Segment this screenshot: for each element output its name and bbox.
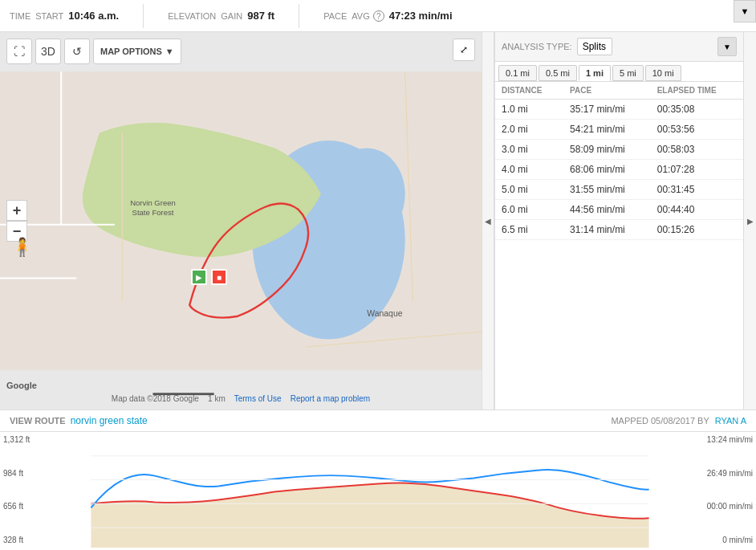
pace-label: PACE bbox=[323, 11, 347, 21]
fullscreen-button[interactable]: ⛶ bbox=[6, 39, 32, 64]
cell-elapsed-1: 00:53:56 bbox=[651, 120, 743, 140]
y-label-right-1: 26:49 min/mi bbox=[695, 469, 753, 478]
chart-svg bbox=[48, 432, 692, 548]
table-row: 4.0 mi 68:06 min/mi 01:07:28 bbox=[495, 160, 743, 180]
analysis-header: ANALYSIS TYPE: Splits ▼ bbox=[495, 32, 743, 62]
y-label-left-0: 1,312 ft bbox=[3, 435, 45, 444]
scroll-right-arrow[interactable]: ▶ bbox=[743, 32, 756, 409]
mapped-info: MAPPED 05/08/2017 BY RYAN A bbox=[611, 416, 746, 426]
splits-data-table: DISTANCE PACE ELAPSED TIME 1.0 mi 35:17 … bbox=[495, 82, 743, 240]
gain-section: GAIN 987 ft bbox=[221, 10, 274, 22]
map-expand-button[interactable]: ⤢ bbox=[453, 39, 475, 61]
expand-icon: ⤢ bbox=[460, 44, 468, 55]
map-container: Wanaque Norvin Green State Forest ⛶ 3D ↺… bbox=[0, 32, 482, 409]
route-start-marker: ▶ bbox=[191, 269, 207, 285]
svg-text:State Forest: State Forest bbox=[132, 208, 174, 217]
distance-tab-5-mi[interactable]: 5 mi bbox=[612, 65, 644, 81]
table-row: 5.0 mi 31:55 min/mi 00:31:45 bbox=[495, 180, 743, 200]
top-right-arrow-icon: ▼ bbox=[741, 6, 750, 16]
map-data-label: Map data ©2018 Google bbox=[112, 394, 199, 403]
top-right-dropdown[interactable]: ▼ bbox=[734, 0, 756, 22]
analysis-type-select[interactable]: Splits bbox=[577, 38, 612, 55]
cell-distance-2: 3.0 mi bbox=[495, 140, 563, 160]
cell-distance-5: 6.0 mi bbox=[495, 200, 563, 220]
elevation-label: ELEVATION bbox=[168, 11, 216, 21]
view-route-label: VIEW ROUTE bbox=[10, 416, 66, 426]
threed-icon: 3D bbox=[41, 45, 55, 58]
refresh-icon: ↺ bbox=[72, 45, 82, 58]
table-header-row: DISTANCE PACE ELAPSED TIME bbox=[495, 82, 743, 100]
start-label: START bbox=[35, 11, 63, 21]
zoom-in-button[interactable]: + bbox=[6, 200, 27, 221]
cell-elapsed-2: 00:58:03 bbox=[651, 140, 743, 160]
right-arrow-icon: ▶ bbox=[747, 217, 754, 226]
chart-y-labels-left: 1,312 ft984 ft656 ft328 ft bbox=[0, 432, 48, 548]
start-section: START 10:46 a.m. bbox=[35, 10, 119, 22]
dropdown-icon: ▼ bbox=[723, 43, 731, 51]
divider-2 bbox=[299, 4, 299, 28]
terms-link[interactable]: Terms of Use bbox=[234, 394, 282, 403]
header-bar: TIME START 10:46 a.m. ELEVATION GAIN 987… bbox=[0, 0, 756, 32]
analysis-select-wrapper: Splits bbox=[577, 38, 714, 55]
distance-tab-10-mi[interactable]: 10 mi bbox=[645, 65, 681, 81]
cell-distance-3: 4.0 mi bbox=[495, 160, 563, 180]
map-options-button[interactable]: MAP OPTIONS ▼ bbox=[93, 39, 181, 64]
pace-section: PACE AVG ? 47:23 min/mi bbox=[323, 10, 452, 22]
cell-distance-4: 5.0 mi bbox=[495, 180, 563, 200]
cell-pace-4: 31:55 min/mi bbox=[563, 180, 651, 200]
analysis-type-label: ANALYSIS TYPE: bbox=[502, 42, 572, 51]
mapped-date: 05/08/2017 bbox=[651, 416, 695, 426]
chart-body bbox=[48, 432, 692, 548]
play-icon: ▶ bbox=[196, 273, 202, 282]
fullscreen-icon: ⛶ bbox=[14, 45, 25, 58]
chart-area: 1,312 ft984 ft656 ft328 ft 13:24 min/mi2… bbox=[0, 431, 756, 550]
view-route-bar: VIEW ROUTE norvin green state MAPPED 05/… bbox=[0, 409, 756, 431]
y-label-right-3: 0 min/mi bbox=[695, 536, 753, 544]
col-pace: PACE bbox=[563, 82, 651, 100]
svg-text:Wanaque: Wanaque bbox=[367, 309, 403, 318]
cell-pace-5: 44:56 min/mi bbox=[563, 200, 651, 220]
mapped-by-link[interactable]: RYAN A bbox=[715, 416, 746, 426]
divider-1 bbox=[143, 4, 144, 28]
svg-text:Norvin Green: Norvin Green bbox=[130, 198, 176, 207]
cell-elapsed-6: 00:15:26 bbox=[651, 220, 743, 240]
cell-distance-1: 2.0 mi bbox=[495, 120, 563, 140]
cell-pace-2: 58:09 min/mi bbox=[563, 140, 651, 160]
table-row: 6.0 mi 44:56 min/mi 00:44:40 bbox=[495, 200, 743, 220]
y-label-left-3: 328 ft bbox=[3, 536, 45, 544]
distance-tab-0.1-mi[interactable]: 0.1 mi bbox=[498, 65, 537, 81]
threed-button[interactable]: 3D bbox=[35, 39, 61, 64]
help-icon[interactable]: ? bbox=[373, 10, 384, 22]
map-toolbar: ⛶ 3D ↺ MAP OPTIONS ▼ bbox=[6, 39, 181, 64]
y-label-left-2: 656 ft bbox=[3, 502, 45, 511]
y-label-left-1: 984 ft bbox=[3, 469, 45, 478]
route-name-link[interactable]: norvin green state bbox=[71, 415, 148, 426]
map-options-dropdown-icon: ▼ bbox=[165, 47, 174, 56]
cell-elapsed-3: 01:07:28 bbox=[651, 160, 743, 180]
report-link[interactable]: Report a map problem bbox=[291, 394, 371, 403]
splits-body: 1.0 mi 35:17 min/mi 00:35:08 2.0 mi 54:2… bbox=[495, 100, 743, 240]
table-row: 1.0 mi 35:17 min/mi 00:35:08 bbox=[495, 100, 743, 120]
cell-distance-6: 6.5 mi bbox=[495, 220, 563, 240]
analysis-panel: ANALYSIS TYPE: Splits ▼ 0.1 mi0.5 mi1 mi… bbox=[494, 32, 743, 409]
time-label: TIME bbox=[10, 11, 30, 21]
cell-pace-3: 68:06 min/mi bbox=[563, 160, 651, 180]
gain-label: GAIN bbox=[221, 11, 242, 21]
analysis-dropdown-arrow[interactable]: ▼ bbox=[717, 37, 737, 56]
cell-pace-6: 31:14 min/mi bbox=[563, 220, 651, 240]
distance-tab-1-mi[interactable]: 1 mi bbox=[579, 65, 611, 81]
cell-pace-0: 35:17 min/mi bbox=[563, 100, 651, 120]
cell-elapsed-5: 00:44:40 bbox=[651, 200, 743, 220]
scroll-left-arrow[interactable]: ◀ bbox=[482, 32, 494, 409]
cell-pace-1: 54:21 min/mi bbox=[563, 120, 651, 140]
col-distance: DISTANCE bbox=[495, 82, 563, 100]
left-arrow-icon: ◀ bbox=[485, 217, 491, 226]
refresh-button[interactable]: ↺ bbox=[64, 39, 90, 64]
cell-distance-0: 1.0 mi bbox=[495, 100, 563, 120]
cell-elapsed-0: 00:35:08 bbox=[651, 100, 743, 120]
distance-tab-0.5-mi[interactable]: 0.5 mi bbox=[539, 65, 577, 81]
svg-point-2 bbox=[329, 149, 405, 240]
gain-value: 987 ft bbox=[247, 10, 274, 22]
distance-tabs: 0.1 mi0.5 mi1 mi5 mi10 mi bbox=[495, 62, 743, 82]
stop-icon: ■ bbox=[217, 273, 222, 282]
